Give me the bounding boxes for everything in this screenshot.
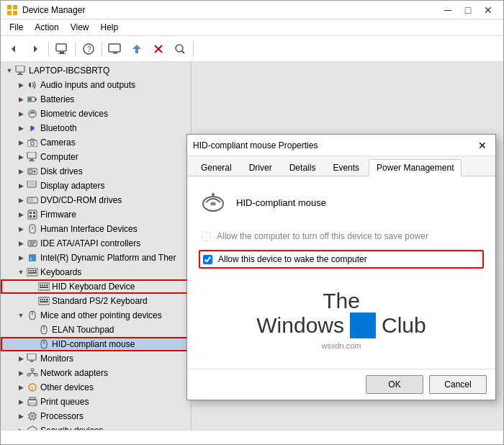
window-controls: ─ □ ✕ [438, 3, 498, 17]
svg-point-99 [212, 193, 215, 196]
brand-windows-text: Windows [256, 313, 344, 338]
close-button[interactable]: ✕ [479, 3, 498, 17]
svg-rect-2 [7, 11, 12, 15]
tab-details[interactable]: Details [282, 159, 324, 176]
separator-1 [48, 42, 49, 56]
option-turn-off: Allow the computer to turn off this devi… [199, 228, 484, 244]
svg-text:?: ? [87, 45, 91, 53]
minimize-button[interactable]: ─ [438, 3, 457, 17]
cancel-button[interactable]: Cancel [429, 375, 487, 394]
computer-button[interactable] [52, 39, 72, 59]
svg-rect-9 [109, 44, 120, 52]
dialog-title-bar: HID-compliant mouse Properties ✕ [187, 135, 495, 156]
option-wake-computer: Allow this device to wake the computer [199, 250, 484, 269]
update-button[interactable] [127, 39, 147, 59]
brand-blue-square [350, 313, 376, 338]
dialog-close-button[interactable]: ✕ [475, 138, 490, 153]
dialog-title: HID-compliant mouse Properties [193, 140, 475, 150]
app-icon [6, 4, 18, 16]
toolbar: ? [1, 36, 503, 62]
svg-rect-3 [13, 11, 17, 15]
svg-rect-4 [56, 44, 66, 51]
tab-events[interactable]: Events [325, 159, 367, 176]
back-button[interactable] [4, 39, 24, 59]
brand-url: wsxdn.com [256, 341, 426, 350]
svg-rect-10 [113, 53, 117, 54]
tab-driver[interactable]: Driver [241, 159, 280, 176]
maximize-button[interactable]: □ [459, 3, 477, 17]
help-button[interactable]: ? [78, 39, 99, 59]
dialog-overlay: HID-compliant mouse Properties ✕ General… [1, 62, 503, 430]
separator-3 [102, 42, 102, 56]
menu-bar: File Action View Help [1, 19, 503, 36]
checkbox-wake[interactable] [203, 255, 212, 264]
dialog-tabs: General Driver Details Events Power Mana… [187, 156, 495, 176]
tab-power-management[interactable]: Power Management [369, 159, 462, 176]
menu-file[interactable]: File [4, 21, 29, 34]
svg-point-100 [210, 202, 216, 206]
separator-4 [193, 42, 194, 56]
svg-rect-6 [58, 53, 66, 54]
svg-rect-1 [13, 5, 17, 9]
svg-rect-0 [7, 5, 12, 9]
svg-rect-5 [60, 52, 64, 53]
brand-club-text: Club [382, 313, 426, 338]
properties-dialog: HID-compliant mouse Properties ✕ General… [186, 134, 496, 400]
device-name: HID-compliant mouse [236, 197, 326, 208]
content-area: ▼ LAPTOP-IBCSBRTQ ▶ [1, 62, 503, 430]
menu-help[interactable]: Help [95, 21, 125, 34]
window-title: Device Manager [22, 5, 438, 15]
menu-view[interactable]: View [65, 21, 95, 34]
title-bar: Device Manager ─ □ ✕ [1, 1, 503, 19]
scan-button[interactable] [170, 39, 190, 59]
tab-general[interactable]: General [193, 159, 240, 176]
brand-area: The Windows Club wsxdn.com [199, 274, 484, 357]
uninstall-button[interactable] [148, 39, 168, 59]
brand-name-row: Windows Club [256, 313, 426, 338]
checkbox-turn-off[interactable] [202, 232, 211, 241]
brand-the: The [256, 289, 426, 313]
dialog-body: HID-compliant mouse Allow the computer t… [187, 176, 495, 369]
status-bar [1, 430, 503, 444]
main-window: Device Manager ─ □ ✕ File Action View He… [0, 0, 504, 445]
separator-2 [75, 42, 76, 56]
dialog-footer: OK Cancel [187, 369, 495, 400]
svg-line-14 [182, 50, 185, 53]
device-header: HID-compliant mouse [199, 188, 484, 217]
menu-action[interactable]: Action [29, 21, 64, 34]
ok-button[interactable]: OK [366, 375, 423, 394]
device-icon-large [199, 188, 228, 217]
monitor-button[interactable] [105, 39, 125, 59]
forward-button[interactable] [25, 39, 45, 59]
option-turn-off-label: Allow the computer to turn off this devi… [217, 231, 428, 241]
option-wake-label: Allow this device to wake the computer [218, 254, 367, 264]
